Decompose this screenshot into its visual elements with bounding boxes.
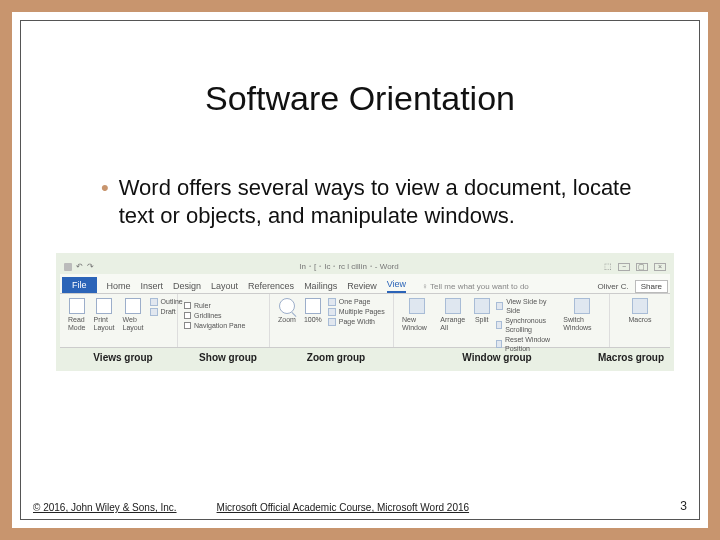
tab-references[interactable]: References bbox=[248, 278, 294, 293]
new-window-label: New Window bbox=[402, 316, 432, 332]
slide-title: Software Orientation bbox=[21, 21, 699, 118]
gridlines-checkbox[interactable]: Gridlines bbox=[184, 311, 245, 320]
macros-group: Macros bbox=[610, 294, 670, 347]
tab-mailings[interactable]: Mailings bbox=[304, 278, 337, 293]
read-mode-icon bbox=[69, 298, 85, 314]
show-group: Ruler Gridlines Navigation Pane bbox=[178, 294, 270, 347]
redo-icon: ↷ bbox=[87, 262, 94, 271]
multiple-pages-button[interactable]: Multiple Pages bbox=[328, 307, 385, 316]
zoom-group-label: Zoom group bbox=[274, 352, 398, 363]
views-group: Read Mode Print Layout Web Layout Outlin… bbox=[60, 294, 178, 347]
window-titlebar: ↶ ↷ In・[・Ic・rc l cillin・- Word ⬚ − ▢ × bbox=[60, 259, 670, 274]
arrange-all-button[interactable]: Arrange All bbox=[438, 297, 467, 333]
bullet-text: Word offers several ways to view a docum… bbox=[119, 174, 644, 230]
width-label: Page Width bbox=[339, 317, 375, 326]
read-mode-button[interactable]: Read Mode bbox=[66, 297, 88, 333]
switch-windows-icon bbox=[574, 298, 590, 314]
macros-group-label: Macros group bbox=[596, 352, 666, 363]
hundred-icon bbox=[305, 298, 321, 314]
bullet-list: • Word offers several ways to view a doc… bbox=[21, 118, 699, 230]
checkbox-icon bbox=[184, 312, 191, 319]
sync-label: Synchronous Scrolling bbox=[505, 316, 557, 334]
new-window-button[interactable]: New Window bbox=[400, 297, 434, 333]
window-group-label: Window group bbox=[398, 352, 596, 363]
hundred-label: 100% bbox=[304, 316, 322, 324]
course-text: Microsoft Official Academic Course, Micr… bbox=[217, 502, 470, 513]
switch-windows-button[interactable]: Switch Windows bbox=[561, 297, 603, 333]
side-label: View Side by Side bbox=[506, 297, 557, 315]
web-layout-label: Web Layout bbox=[123, 316, 144, 332]
zoom-icon bbox=[279, 298, 295, 314]
zoom-group: Zoom 100% One Page Multiple Pages Page W… bbox=[270, 294, 394, 347]
checkbox-icon bbox=[184, 302, 191, 309]
macros-button[interactable]: Macros bbox=[627, 297, 654, 325]
tab-file[interactable]: File bbox=[62, 277, 97, 293]
navigation-pane-checkbox[interactable]: Navigation Pane bbox=[184, 321, 245, 330]
hundred-percent-button[interactable]: 100% bbox=[302, 297, 324, 325]
page-number: 3 bbox=[680, 499, 687, 513]
split-icon bbox=[474, 298, 490, 314]
slide-frame: Software Orientation • Word offers sever… bbox=[0, 0, 720, 540]
multi-label: Multiple Pages bbox=[339, 307, 385, 316]
share-button[interactable]: Share bbox=[635, 280, 668, 293]
draft-label: Draft bbox=[161, 307, 176, 316]
tell-me-search[interactable]: ♀ Tell me what you want to do bbox=[416, 279, 529, 293]
web-layout-button[interactable]: Web Layout bbox=[121, 297, 146, 333]
window-title: In・[・Ic・rc l cillin・- Word bbox=[299, 261, 398, 272]
tab-design[interactable]: Design bbox=[173, 278, 201, 293]
minimize-icon: − bbox=[618, 263, 630, 271]
show-group-label: Show group bbox=[182, 352, 274, 363]
bullet-marker: • bbox=[101, 174, 109, 202]
print-layout-button[interactable]: Print Layout bbox=[92, 297, 117, 333]
ruler-label: Ruler bbox=[194, 301, 211, 310]
tab-view[interactable]: View bbox=[387, 276, 406, 293]
gridlines-label: Gridlines bbox=[194, 311, 222, 320]
read-mode-label: Read Mode bbox=[68, 316, 86, 332]
slide-inner-border: Software Orientation • Word offers sever… bbox=[20, 20, 700, 520]
ruler-checkbox[interactable]: Ruler bbox=[184, 301, 245, 310]
switch-label: Switch Windows bbox=[563, 316, 601, 332]
split-label: Split bbox=[475, 316, 489, 324]
one-page-icon bbox=[328, 298, 336, 306]
maximize-icon: ▢ bbox=[636, 263, 648, 271]
window-group: New Window Arrange All Split View Side b… bbox=[394, 294, 610, 347]
new-window-icon bbox=[409, 298, 425, 314]
user-name: Oliver C. bbox=[598, 282, 629, 291]
sync-scrolling-button[interactable]: Synchronous Scrolling bbox=[496, 316, 558, 334]
tab-layout[interactable]: Layout bbox=[211, 278, 238, 293]
reset-label: Reset Window Position bbox=[505, 335, 557, 353]
sync-scroll-icon bbox=[496, 321, 502, 329]
arrange-all-icon bbox=[445, 298, 461, 314]
print-layout-label: Print Layout bbox=[94, 316, 115, 332]
undo-icon: ↶ bbox=[76, 262, 83, 271]
outline-icon bbox=[150, 298, 158, 306]
view-side-by-side-button[interactable]: View Side by Side bbox=[496, 297, 558, 315]
checkbox-icon bbox=[184, 322, 191, 329]
reset-window-button[interactable]: Reset Window Position bbox=[496, 335, 558, 353]
ribbon-options-icon: ⬚ bbox=[604, 262, 612, 271]
tab-review[interactable]: Review bbox=[347, 278, 377, 293]
slide-footer: © 2016, John Wiley & Sons, Inc. Microsof… bbox=[21, 499, 699, 513]
views-group-label: Views group bbox=[64, 352, 182, 363]
word-ribbon-screenshot: ↶ ↷ In・[・Ic・rc l cillin・- Word ⬚ − ▢ × F… bbox=[56, 253, 674, 371]
split-button[interactable]: Split bbox=[472, 297, 492, 325]
zoom-label: Zoom bbox=[278, 316, 296, 324]
zoom-button[interactable]: Zoom bbox=[276, 297, 298, 325]
tab-home[interactable]: Home bbox=[107, 278, 131, 293]
print-layout-icon bbox=[96, 298, 112, 314]
page-width-icon bbox=[328, 318, 336, 326]
macros-label: Macros bbox=[629, 316, 652, 324]
save-icon bbox=[64, 263, 72, 271]
one-page-button[interactable]: One Page bbox=[328, 297, 385, 306]
copyright-text: © 2016, John Wiley & Sons, Inc. bbox=[33, 502, 177, 513]
draft-icon bbox=[150, 308, 158, 316]
bullet-item: • Word offers several ways to view a doc… bbox=[101, 174, 644, 230]
macros-icon bbox=[632, 298, 648, 314]
page-width-button[interactable]: Page Width bbox=[328, 317, 385, 326]
ribbon-tabs: File Home Insert Design Layout Reference… bbox=[60, 274, 670, 294]
side-by-side-icon bbox=[496, 302, 503, 310]
one-page-label: One Page bbox=[339, 297, 371, 306]
multi-page-icon bbox=[328, 308, 336, 316]
ribbon-body: Read Mode Print Layout Web Layout Outlin… bbox=[60, 294, 670, 348]
tab-insert[interactable]: Insert bbox=[141, 278, 164, 293]
